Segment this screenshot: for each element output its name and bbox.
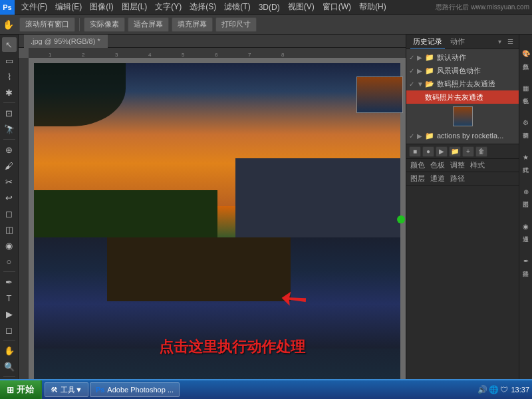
menu-file[interactable]: 文件(F) bbox=[17, 0, 51, 14]
history-actions-panel: 历史记录 动作 ▾ ☰ ✓ ▶ 📁 默认动作 ✓ ▶ bbox=[406, 35, 519, 159]
shield-icon[interactable]: 🛡 bbox=[500, 385, 508, 394]
start-button[interactable]: ⊞ 开始 bbox=[0, 380, 42, 399]
eraser-tool[interactable]: ◻ bbox=[2, 206, 17, 221]
toolbar: ✋ 滚动所有窗口 实际像素 适合屏幕 填充屏幕 打印尺寸 bbox=[0, 15, 532, 35]
print-size-button[interactable]: 打印尺寸 bbox=[215, 17, 257, 32]
menu-select[interactable]: 选择(S) bbox=[186, 0, 220, 14]
action-thumbnail-container bbox=[406, 104, 519, 129]
tab-history[interactable]: 历史记录 bbox=[410, 35, 445, 49]
speaker-icon[interactable]: 🔊 bbox=[477, 385, 487, 394]
pen-tool[interactable]: ✒ bbox=[2, 275, 17, 289]
zoom-tool[interactable]: 🔍 bbox=[2, 359, 17, 374]
menu-3d[interactable]: 3D(D) bbox=[255, 0, 284, 14]
taskbar-item-ps[interactable]: Ps Adobe Photoshop ... bbox=[90, 382, 180, 397]
start-label: 开始 bbox=[17, 384, 34, 396]
action-group-rocket[interactable]: ✓ ▶ 📁 actions by rocketla... bbox=[406, 129, 519, 142]
layers-panel-button[interactable]: ⊕ 图层 bbox=[521, 176, 531, 209]
panel-bottom: ■ ● ▶ 📁 + 🗑 bbox=[406, 144, 519, 158]
system-clock: 13:37 bbox=[511, 386, 529, 394]
color-panel-button[interactable]: 🎨 颜色 bbox=[521, 37, 531, 70]
healing-brush-tool[interactable]: ⊕ bbox=[2, 142, 17, 157]
record-button[interactable]: ● bbox=[422, 146, 434, 157]
history-brush-tool[interactable]: ↩ bbox=[2, 190, 17, 205]
text-tool[interactable]: T bbox=[2, 291, 17, 305]
fit-screen-button[interactable]: 适合屏幕 bbox=[128, 17, 169, 32]
toggle-icon-4: ▶ bbox=[417, 132, 425, 140]
check-icon: ✓ bbox=[409, 54, 417, 61]
canvas-content[interactable]: ➚ 点击这里执行动作处理 bbox=[29, 58, 406, 386]
stop-button[interactable]: ■ bbox=[409, 146, 421, 157]
hand-icon: ✋ bbox=[3, 19, 14, 30]
sub-panel-header-1: 颜色 色板 调整 样式 bbox=[406, 159, 519, 172]
ps-label: Adobe Photoshop ... bbox=[107, 386, 174, 394]
move-tool[interactable]: ↖ bbox=[2, 37, 17, 52]
ruler-tick-2: 2 bbox=[82, 52, 84, 58]
channels-panel-button[interactable]: ◉ 通道 bbox=[521, 210, 531, 243]
crop-tool[interactable]: ⊡ bbox=[2, 106, 17, 120]
new-action-button[interactable]: + bbox=[462, 146, 474, 157]
sub-panels: 颜色 色板 调整 样式 图层 通道 路径 bbox=[406, 159, 519, 399]
brush-tool[interactable]: 🖌 bbox=[2, 158, 17, 173]
ruler-tick-7: 7 bbox=[248, 52, 251, 58]
check-icon-4: ✓ bbox=[409, 132, 417, 140]
ruler-tick-6: 6 bbox=[215, 52, 217, 58]
folder-icon-4: 📁 bbox=[425, 131, 434, 140]
menu-items: 文件(F) 编辑(E) 图像(I) 图层(L) 文字(Y) 选择(S) 滤镜(T… bbox=[15, 0, 390, 14]
windows-icon: ⊞ bbox=[7, 385, 14, 395]
network-icon[interactable]: 🌐 bbox=[489, 385, 499, 394]
menu-text[interactable]: 文字(Y) bbox=[151, 0, 186, 14]
sub-panel-label-3: 调整 bbox=[450, 160, 465, 170]
menu-image[interactable]: 图像(I) bbox=[86, 0, 117, 14]
paths-icon: ✒ bbox=[523, 257, 529, 265]
path-selection-tool[interactable]: ▶ bbox=[2, 307, 17, 321]
menu-help[interactable]: 帮助(H) bbox=[355, 0, 390, 14]
sub-panel-header-2: 图层 通道 路径 bbox=[406, 172, 519, 186]
menu-view[interactable]: 视图(V) bbox=[284, 0, 319, 14]
actual-pixels-button[interactable]: 实际像素 bbox=[84, 17, 125, 32]
action-thumbnail bbox=[453, 106, 473, 126]
action-scenery-label: 风景调色动作 bbox=[437, 66, 516, 76]
swatch-panel-button[interactable]: ▦ 色板 bbox=[521, 72, 531, 105]
gradient-tool[interactable]: ◫ bbox=[2, 222, 17, 237]
new-set-button[interactable]: 📁 bbox=[449, 146, 461, 157]
color-icon: 🎨 bbox=[522, 50, 530, 57]
taskbar-item-tools[interactable]: 🛠 工具▼ bbox=[45, 382, 88, 397]
canvas-tab[interactable]: .jpg @ 95%(RGB/8) * bbox=[24, 35, 108, 48]
play-button[interactable]: ▶ bbox=[436, 146, 448, 157]
blur-tool[interactable]: ◉ bbox=[2, 238, 17, 253]
ruler-left bbox=[19, 58, 29, 386]
lasso-tool[interactable]: ⌇ bbox=[2, 69, 17, 84]
watermark: 思路行化后 www.missyuan.com bbox=[436, 3, 529, 12]
menu-edit[interactable]: 编辑(E) bbox=[51, 0, 86, 14]
panel-menu-button[interactable]: ☰ bbox=[505, 37, 515, 47]
photo-trees bbox=[34, 190, 217, 238]
action-group-default[interactable]: ✓ ▶ 📁 默认动作 bbox=[406, 51, 519, 64]
clone-stamp-tool[interactable]: ✂ bbox=[2, 174, 17, 189]
hand-tool[interactable]: ✋ bbox=[2, 343, 17, 358]
action-item-digital-sub[interactable]: 数码照片去灰通透 bbox=[406, 90, 519, 104]
fill-screen-button[interactable]: 填充屏幕 bbox=[172, 17, 213, 32]
paths-panel-button[interactable]: ✒ 路径 bbox=[521, 245, 531, 278]
sub-panel-label-7: 路径 bbox=[450, 174, 465, 184]
action-group-digital[interactable]: ✓ ▼ 📂 数码照片去灰通透 bbox=[406, 77, 519, 90]
dodge-tool[interactable]: ○ bbox=[2, 254, 17, 269]
scroll-all-windows-button[interactable]: 滚动所有窗口 bbox=[19, 17, 75, 32]
eyedropper-tool[interactable]: 🔭 bbox=[2, 122, 17, 136]
canvas-area: .jpg @ 95%(RGB/8) * 1 2 3 4 5 6 7 8 bbox=[19, 35, 406, 399]
adjustment-panel-button[interactable]: ⚙ 调整 bbox=[521, 106, 531, 140]
marquee-tool[interactable]: ▭ bbox=[2, 53, 17, 68]
panel-header: 历史记录 动作 ▾ ☰ bbox=[406, 35, 519, 49]
delete-button[interactable]: 🗑 bbox=[475, 146, 487, 157]
shape-tool[interactable]: ◻ bbox=[2, 323, 17, 337]
ruler-tick-4: 4 bbox=[148, 52, 151, 58]
tab-actions[interactable]: 动作 bbox=[448, 35, 467, 49]
panel-collapse-button[interactable]: ▾ bbox=[495, 37, 504, 47]
quick-select-tool[interactable]: ✱ bbox=[2, 85, 17, 100]
menu-window[interactable]: 窗口(W) bbox=[319, 0, 355, 14]
style-panel-button[interactable]: ★ 样式 bbox=[521, 141, 531, 174]
action-group-scenery[interactable]: ✓ ▶ 📁 风景调色动作 bbox=[406, 64, 519, 77]
menu-filter[interactable]: 滤镜(T) bbox=[220, 0, 254, 14]
action-digital-label: 数码照片去灰通透 bbox=[437, 79, 516, 89]
action-digital-sub-label: 数码照片去灰通透 bbox=[425, 92, 516, 102]
menu-layer[interactable]: 图层(L) bbox=[118, 0, 152, 14]
